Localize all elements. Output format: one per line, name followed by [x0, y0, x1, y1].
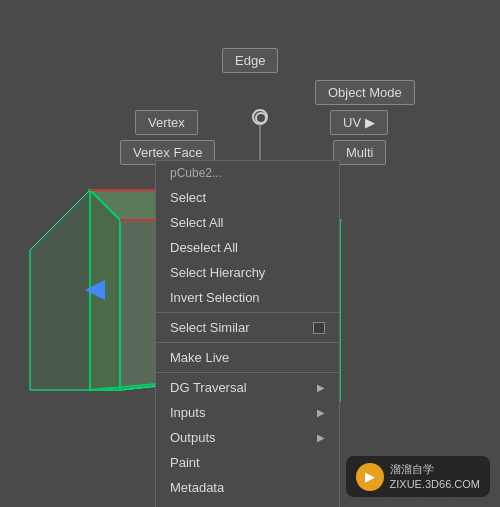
mode-btn-object-mode[interactable]: Object Mode	[315, 80, 415, 105]
menu-item-label-deselect-all: Deselect All	[170, 240, 238, 255]
watermark: ▶ 溜溜自学 ZIXUE.3D66.COM	[346, 456, 490, 497]
checkbox-icon[interactable]	[313, 322, 325, 334]
menu-item-label-pcube: pCube2...	[170, 166, 222, 180]
menu-item-select-hierarchy[interactable]: Select Hierarchy	[156, 260, 339, 285]
menu-item-metadata[interactable]: Metadata	[156, 475, 339, 500]
menu-item-inputs[interactable]: Inputs▶	[156, 400, 339, 425]
menu-item-select[interactable]: Select	[156, 185, 339, 210]
play-icon: ▶	[365, 470, 374, 484]
menu-item-select-similar[interactable]: Select Similar	[156, 315, 339, 340]
mode-btn-edge[interactable]: Edge	[222, 48, 278, 73]
menu-item-label-metadata: Metadata	[170, 480, 224, 495]
mode-btn-vertex[interactable]: Vertex	[135, 110, 198, 135]
mode-btn-multi[interactable]: Multi	[333, 140, 386, 165]
watermark-icon: ▶	[356, 463, 384, 491]
menu-item-label-outputs: Outputs	[170, 430, 216, 445]
menu-item-label-paint: Paint	[170, 455, 200, 470]
mode-btn-uv[interactable]: UV ▶	[330, 110, 388, 135]
menu-item-label-dg-traversal: DG Traversal	[170, 380, 247, 395]
watermark-line1: 溜溜自学	[390, 462, 480, 476]
watermark-line2: ZIXUE.3D66.COM	[390, 477, 480, 491]
menu-item-invert-selection[interactable]: Invert Selection	[156, 285, 339, 310]
menu-item-deselect-all[interactable]: Deselect All	[156, 235, 339, 260]
context-menu: pCube2...SelectSelect AllDeselect AllSel…	[155, 160, 340, 507]
menu-item-actions[interactable]: Actions▶	[156, 500, 339, 507]
separator-sep3	[156, 372, 339, 373]
separator-sep1	[156, 312, 339, 313]
menu-item-label-invert-selection: Invert Selection	[170, 290, 260, 305]
menu-item-label-select-all: Select All	[170, 215, 223, 230]
menu-item-label-inputs: Inputs	[170, 405, 205, 420]
menu-item-label-select: Select	[170, 190, 206, 205]
menu-item-dg-traversal[interactable]: DG Traversal▶	[156, 375, 339, 400]
menu-item-label-select-hierarchy: Select Hierarchy	[170, 265, 265, 280]
menu-item-select-all[interactable]: Select All	[156, 210, 339, 235]
submenu-arrow-icon: ▶	[317, 407, 325, 418]
pivot-indicator	[255, 112, 267, 124]
separator-sep2	[156, 342, 339, 343]
menu-item-paint[interactable]: Paint	[156, 450, 339, 475]
menu-item-label-make-live: Make Live	[170, 350, 229, 365]
menu-item-label-select-similar: Select Similar	[170, 320, 249, 335]
watermark-text: 溜溜自学 ZIXUE.3D66.COM	[390, 462, 480, 491]
menu-item-make-live[interactable]: Make Live	[156, 345, 339, 370]
submenu-arrow-icon: ▶	[317, 382, 325, 393]
menu-item-pcube: pCube2...	[156, 161, 339, 185]
mode-toolbar: VertexEdgeVertex FaceFaceObject ModeUV ▶…	[0, 0, 500, 50]
submenu-arrow-icon: ▶	[317, 432, 325, 443]
menu-item-outputs[interactable]: Outputs▶	[156, 425, 339, 450]
